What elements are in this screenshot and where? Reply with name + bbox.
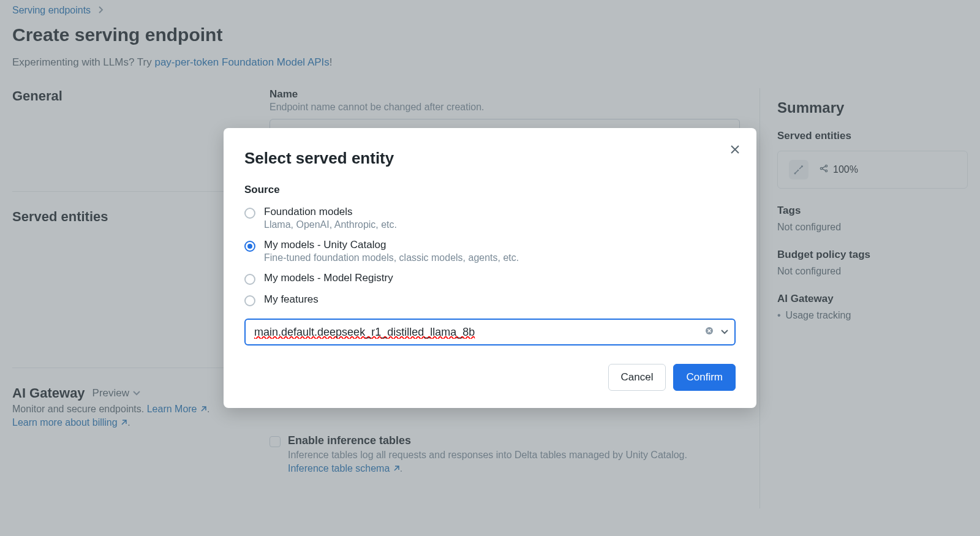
close-icon[interactable]	[729, 144, 741, 157]
source-label: Source	[244, 184, 736, 196]
page-root: Serving endpoints Create serving endpoin…	[0, 0, 980, 536]
radio-icon	[244, 208, 255, 219]
modal-title: Select served entity	[244, 149, 736, 168]
radio-model-registry[interactable]: My models - Model Registry	[244, 272, 736, 285]
radio-unity-catalog[interactable]: My models - Unity Catalog Fine-tuned fou…	[244, 239, 736, 263]
confirm-button[interactable]: Confirm	[673, 364, 736, 391]
entity-combobox	[244, 319, 736, 345]
radio-title: Foundation models	[264, 206, 397, 218]
radio-icon	[244, 241, 255, 252]
radio-title: My models - Unity Catalog	[264, 239, 519, 251]
chevron-down-icon[interactable]	[721, 327, 728, 338]
radio-title: My models - Model Registry	[264, 272, 393, 284]
select-served-entity-modal: Select served entity Source Foundation m…	[224, 128, 756, 408]
radio-icon	[244, 295, 255, 306]
modal-overlay[interactable]: Select served entity Source Foundation m…	[0, 0, 980, 536]
clear-icon[interactable]	[705, 327, 714, 338]
entity-input[interactable]	[244, 319, 736, 345]
radio-icon	[244, 274, 255, 285]
radio-title: My features	[264, 293, 318, 306]
radio-foundation-models[interactable]: Foundation models Llama, OpenAI, Anthrop…	[244, 206, 736, 230]
modal-actions: Cancel Confirm	[244, 364, 736, 391]
radio-sub: Fine-tuned foundation models, classic mo…	[264, 252, 519, 263]
radio-my-features[interactable]: My features	[244, 293, 736, 306]
cancel-button[interactable]: Cancel	[608, 364, 666, 391]
source-radio-group: Foundation models Llama, OpenAI, Anthrop…	[244, 206, 736, 306]
radio-sub: Llama, OpenAI, Anthropic, etc.	[264, 219, 397, 230]
